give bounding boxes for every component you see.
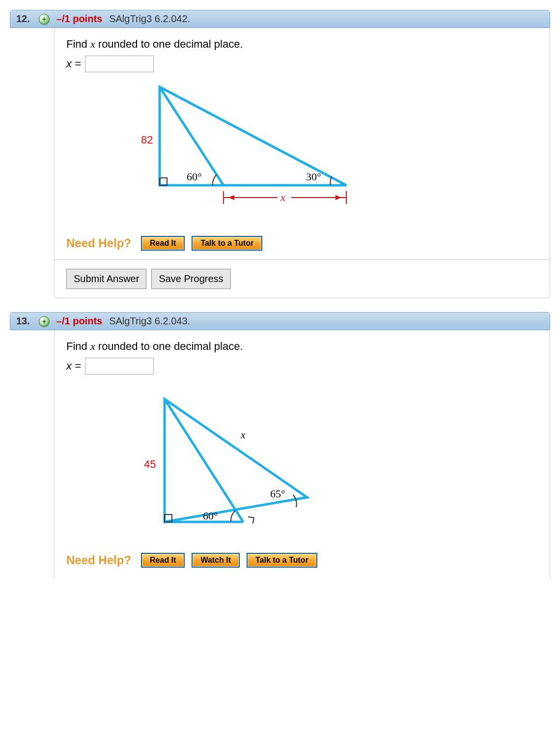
angle-right-label: 30° bbox=[306, 171, 321, 183]
question-body: Find x rounded to one decimal place. x = bbox=[54, 330, 550, 578]
read-it-button[interactable]: Read It bbox=[141, 236, 185, 251]
submit-row: Submit Answer Save Progress bbox=[55, 259, 550, 298]
answer-input[interactable] bbox=[85, 56, 154, 72]
answer-input[interactable] bbox=[85, 358, 154, 374]
read-it-button[interactable]: Read It bbox=[141, 553, 185, 568]
question-number: 12. bbox=[16, 13, 30, 25]
x-span-label: x bbox=[240, 429, 246, 441]
help-row: Need Help? Read It Watch It Talk to a Tu… bbox=[66, 553, 538, 570]
talk-to-tutor-button[interactable]: Talk to a Tutor bbox=[192, 236, 262, 251]
side-label: 45 bbox=[144, 458, 156, 470]
question-prompt: Find x rounded to one decimal place. bbox=[66, 38, 538, 51]
plus-icon[interactable]: + bbox=[39, 14, 50, 25]
angle-left-label: 60° bbox=[203, 510, 218, 522]
watch-it-button[interactable]: Watch It bbox=[192, 553, 240, 568]
plus-icon[interactable]: + bbox=[39, 316, 50, 327]
question-ref: SAlgTrig3 6.2.042. bbox=[109, 13, 190, 25]
question-ref: SAlgTrig3 6.2.043. bbox=[109, 316, 190, 327]
x-span-label: x bbox=[280, 191, 285, 203]
answer-row: x = bbox=[66, 358, 538, 374]
question-prompt: Find x rounded to one decimal place. bbox=[66, 340, 538, 353]
question-13: 13. + –/1 points SAlgTrig3 6.2.043. Find… bbox=[10, 312, 550, 578]
side-label: 82 bbox=[141, 134, 153, 146]
x-equals-label: x = bbox=[66, 360, 81, 373]
need-help-label: Need Help? bbox=[66, 236, 131, 250]
angle-left-label: 60° bbox=[187, 171, 202, 183]
talk-to-tutor-button[interactable]: Talk to a Tutor bbox=[247, 553, 317, 568]
question-number: 13. bbox=[16, 316, 30, 327]
question-header: 12. + –/1 points SAlgTrig3 6.2.042. bbox=[10, 10, 550, 28]
help-row: Need Help? Read It Talk to a Tutor bbox=[66, 236, 538, 259]
angle-right-label: 65° bbox=[270, 488, 285, 500]
points-label: –/1 points bbox=[56, 13, 102, 25]
x-equals-label: x = bbox=[66, 57, 81, 70]
question-12: 12. + –/1 points SAlgTrig3 6.2.042. Find… bbox=[10, 10, 550, 298]
need-help-label: Need Help? bbox=[66, 553, 131, 567]
question-body: Find x rounded to one decimal place. x =… bbox=[54, 28, 550, 298]
submit-answer-button[interactable]: Submit Answer bbox=[66, 269, 146, 289]
svg-line-10 bbox=[165, 399, 243, 522]
save-progress-button[interactable]: Save Progress bbox=[151, 269, 230, 289]
points-label: –/1 points bbox=[56, 316, 102, 327]
svg-marker-6 bbox=[228, 195, 234, 200]
svg-marker-7 bbox=[336, 195, 341, 200]
answer-row: x = bbox=[66, 56, 538, 72]
diagram-13: 45 60° 65° x bbox=[130, 384, 538, 544]
diagram-12: 82 60° 30° x bbox=[130, 82, 538, 227]
question-header: 13. + –/1 points SAlgTrig3 6.2.043. bbox=[10, 312, 550, 330]
svg-marker-9 bbox=[165, 399, 307, 522]
